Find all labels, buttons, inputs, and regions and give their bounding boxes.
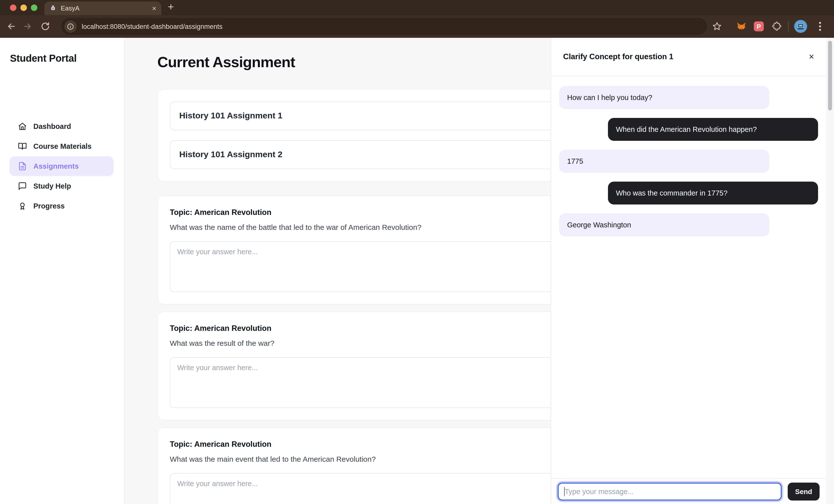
close-window-button[interactable]	[10, 4, 17, 11]
chat-bubble: When did the American Revolution happen?	[608, 118, 818, 141]
sidebar-item-label: Study Help	[34, 182, 71, 190]
reload-button[interactable]	[39, 20, 51, 32]
chat-bubble-icon	[18, 182, 27, 190]
back-button[interactable]	[5, 20, 17, 32]
profile-avatar[interactable]	[794, 20, 807, 33]
chat-title: Clarify Concept for question 1	[563, 52, 674, 61]
chat-bubble-text: 1775	[567, 157, 583, 165]
assignment-card[interactable]: History 101 Assignment 1	[170, 101, 555, 130]
file-text-icon	[18, 162, 27, 171]
chat-bubble-text: George Washington	[567, 221, 631, 229]
answer-textarea[interactable]	[170, 241, 555, 292]
answer-textarea[interactable]	[170, 357, 555, 408]
browser-toolbar: localhost:8080/student-dashboard/assignm…	[0, 15, 834, 38]
sidebar-item[interactable]: Course Materials	[9, 136, 113, 156]
book-icon	[18, 142, 27, 151]
question-text: What was the name of the battle that led…	[170, 223, 555, 231]
tab-strip: EasyA × +	[0, 0, 834, 15]
browser-tab[interactable]: EasyA ×	[44, 1, 161, 15]
question-section: Topic: American Revolution What was the …	[157, 196, 568, 304]
answer-textarea[interactable]	[170, 473, 555, 504]
browser-window: EasyA × + localhost:8080/student-dashboa…	[0, 0, 834, 504]
app-title: Student Portal	[10, 53, 124, 64]
sidebar-item-label: Course Materials	[34, 142, 92, 150]
question-section: Topic: American Revolution What was the …	[157, 312, 568, 420]
home-icon	[18, 122, 27, 131]
browser-chrome: EasyA × + localhost:8080/student-dashboa…	[0, 0, 834, 38]
question-text: What was the result of the war?	[170, 339, 555, 347]
metamask-extension-icon[interactable]	[736, 20, 747, 32]
sidebar-item-label: Progress	[34, 202, 65, 210]
forward-button[interactable]	[21, 20, 34, 32]
menu-icon[interactable]	[819, 22, 821, 24]
sidebar: Student Portal Dashboard Course Material…	[0, 38, 125, 504]
bookmark-star-icon[interactable]	[711, 20, 723, 32]
chat-close-icon[interactable]: ×	[809, 52, 814, 61]
page-scrollbar[interactable]	[826, 38, 834, 504]
chat-bubble: How can I help you today?	[559, 86, 769, 109]
chat-bubble-text: Who was the commander in 1775?	[616, 189, 727, 197]
sidebar-item[interactable]: Progress	[9, 196, 113, 216]
chat-header: Clarify Concept for question 1 ×	[551, 38, 826, 76]
question-topic: Topic: American Revolution	[170, 208, 555, 217]
sidebar-item[interactable]: Study Help	[9, 176, 113, 196]
window-controls	[10, 4, 37, 11]
question-topic: Topic: American Revolution	[170, 324, 555, 333]
question-topic: Topic: American Revolution	[170, 440, 555, 449]
extension-p-icon[interactable]: P	[754, 21, 764, 31]
chat-message-input[interactable]	[558, 482, 782, 500]
url-text: localhost:8080/student-dashboard/assignm…	[82, 23, 223, 30]
assignment-title: History 101 Assignment 1	[179, 111, 282, 121]
text-cursor	[564, 487, 565, 496]
assignment-title: History 101 Assignment 2	[179, 150, 282, 160]
clarify-chat-panel: Clarify Concept for question 1 × How can…	[551, 38, 826, 504]
chat-bubble-text: How can I help you today?	[567, 94, 652, 101]
question-section: Topic: American Revolution What was the …	[157, 427, 568, 504]
site-info-icon[interactable]	[64, 20, 77, 32]
chat-bubble: George Washington	[559, 213, 769, 236]
sidebar-nav: Dashboard Course Materials Assignments S…	[9, 116, 113, 216]
sidebar-item[interactable]: Dashboard	[9, 116, 113, 136]
tab-title: EasyA	[61, 4, 80, 12]
chat-input-row: Send	[551, 478, 826, 504]
zoom-window-button[interactable]	[31, 4, 37, 11]
award-icon	[18, 202, 27, 210]
chat-bubble-text: When did the American Revolution happen?	[616, 125, 757, 133]
extensions-puzzle-icon[interactable]	[771, 20, 783, 32]
chat-bubble: Who was the commander in 1775?	[608, 182, 818, 205]
sidebar-item[interactable]: Assignments	[9, 156, 113, 176]
minimize-window-button[interactable]	[20, 4, 27, 11]
chat-messages: How can I help you today? When did the A…	[551, 76, 826, 246]
tab-close-icon[interactable]: ×	[152, 4, 156, 12]
sidebar-item-label: Assignments	[34, 162, 79, 170]
new-tab-button[interactable]: +	[168, 1, 174, 13]
robot-favicon-icon	[49, 4, 57, 12]
assignment-card[interactable]: History 101 Assignment 2	[170, 140, 555, 169]
assignment-list: History 101 Assignment 1 History 101 Ass…	[157, 89, 568, 182]
question-text: What was the main event that led to the …	[170, 455, 555, 463]
url-bar[interactable]: localhost:8080/student-dashboard/assignm…	[61, 18, 707, 35]
scrollbar-thumb[interactable]	[828, 41, 832, 111]
toolbar-separator	[788, 21, 789, 31]
chat-bubble: 1775	[559, 150, 769, 173]
sidebar-item-label: Dashboard	[34, 122, 71, 130]
send-button[interactable]: Send	[788, 482, 819, 500]
